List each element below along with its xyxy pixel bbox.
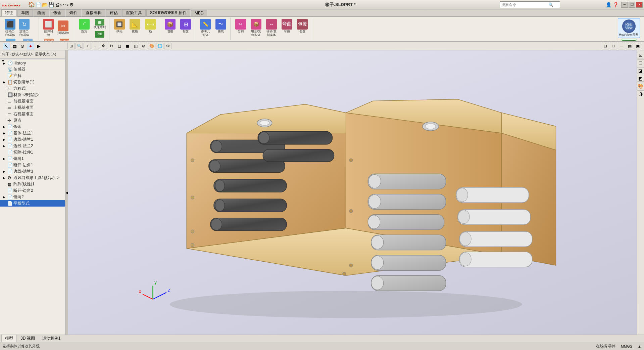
linear-pattern-button[interactable]: ▦ 线性阵列 [92,18,107,30]
realview-button[interactable]: RealView RealView 图形 [618,18,640,38]
side-btn1[interactable]: ⊡ [637,52,644,58]
panel-tool-zoom[interactable]: ▦ [11,43,18,49]
restore-button[interactable]: ❐ [629,2,635,8]
side-btn4[interactable]: ◩ [637,75,644,82]
split-button[interactable]: ✂ 分割 [233,18,248,34]
rp-btn5[interactable]: ▣ [634,43,641,49]
panel-tool-color[interactable]: ● [27,43,34,49]
expand-arrow[interactable]: ▶ [3,61,7,65]
thicken-cut-button[interactable]: 边界切 [57,38,72,41]
tree-item-history[interactable]: ▶ 🕐 History [0,60,65,66]
side-btn3[interactable]: ◪ [637,67,644,74]
tree-item-annotations[interactable]: 📝 注解 [0,73,65,79]
scene-button[interactable]: 🌐 [156,43,163,49]
side-btn2[interactable]: □ [637,59,644,66]
new-icon[interactable]: 📄 [36,2,41,7]
tab-motion[interactable]: 运动算例1 [39,335,64,342]
tree-item-equations[interactable]: Σ 方程式 [0,85,65,92]
sweep-cut-button[interactable]: ✂ 扫描切除 [56,20,70,36]
tab-sheetmetal[interactable]: 钣金 [50,9,65,16]
tree-item-front-plane[interactable]: ▭ 前视基准面 [0,98,65,104]
tab-features[interactable]: 特征 [1,9,17,16]
rp-btn3[interactable]: ─ [618,43,625,49]
undo-icon[interactable]: ↩ [60,2,64,7]
tree-item-cutlist[interactable]: ▶ 📋 切割清单(1) [0,79,65,85]
save-icon[interactable]: 💾 [48,2,54,7]
curves-button[interactable]: 〜 曲线 [213,18,228,34]
chamfer-button[interactable]: 倒角 [92,30,107,38]
rp-btn1[interactable]: ⊡ [602,43,609,49]
intersect-button[interactable]: ⊞ 相交 [178,18,193,34]
options-icon[interactable]: ⚙ [69,2,74,7]
tree-item-vent-tool[interactable]: ▶ ⚙ 通风口成形工具1(默认) -> [0,175,65,181]
rp-btn4[interactable]: ▤ [626,43,633,49]
boss-extrude-button[interactable]: ⬛ 拉伸凸台/基体 [3,18,17,38]
home-icon[interactable]: 🏠 [28,1,35,8]
wrap2-button[interactable]: 包覆 包覆 [295,18,310,34]
draft-button[interactable]: 📐 拔模 [128,18,142,34]
instant3d-button[interactable]: 3D Instant3D [621,39,637,41]
sweep-boss-button[interactable]: ⟿ 放样凸台 [3,38,18,41]
tab-addins[interactable]: SOLIDWORKS 插件 [146,9,190,16]
search-icon[interactable]: 🔍 [548,2,553,7]
rotate-button[interactable]: ↻ [108,43,115,49]
section-view-button[interactable]: ⊘ [140,43,147,49]
cutlist-arrow[interactable]: ▶ [3,80,7,84]
panel-tool-pointer[interactable]: ↖ [3,43,10,49]
wrap-button[interactable]: 📦 包覆 [163,18,178,34]
shell-button[interactable]: 🔲 抽壳 [112,18,127,34]
shaded-button[interactable]: ◼ [124,43,131,49]
tree-item-sheetmetal[interactable]: ▶ 📄 钣金 [0,124,65,130]
tab-direct[interactable]: 直接编辑 [82,9,105,16]
combine-button[interactable]: 📦 组合/复制实体 [249,18,263,38]
rib-button[interactable]: ⟺ 筋 [143,18,158,34]
tree-item-edge-flange1[interactable]: ▶ 📄 边线-法兰1 [0,136,65,143]
tab-render[interactable]: 渲染工具 [122,9,146,16]
tree-item-mirror2[interactable]: ▶ 📄 镜向2 [0,194,65,200]
view-orient-button[interactable]: ⊞ [67,43,75,49]
tree-item-right-plane[interactable]: ▭ 右视基准面 [0,111,65,117]
panel-expand[interactable]: ▶ [35,43,42,49]
cut-extrude-button[interactable]: ⬜ 拉伸切除 [42,18,55,38]
move-body-button[interactable]: ↔ 移动/复制实体 [264,18,279,38]
tree-item-material[interactable]: 🔲 材质 <未指定> [0,92,65,98]
side-btn6[interactable]: ◑ [637,90,644,97]
tree-item-origin[interactable]: ✛ 原点 [0,117,65,124]
tree-item-flat-pattern[interactable]: 📄 平板型式 [0,200,65,207]
tree-item-mirror1[interactable]: ▶ 📄 镜向1 [0,156,65,162]
3d-viewport[interactable]: Z X Y ⊡ □ ◪ ◩ 🎨 ◑ [68,50,644,335]
close-button[interactable]: ✕ [636,2,643,8]
revolve-boss-button[interactable]: ↻ 旋转凸台/基体 [17,18,31,38]
tree-item-break1[interactable]: 📄 断开-边角1 [0,162,65,168]
tab-weldments[interactable]: 焊件 [66,9,81,16]
search-input[interactable] [501,3,548,7]
zoom-in-button[interactable]: + [84,43,91,49]
tab-mbd[interactable]: MBD [191,10,207,16]
help-icon[interactable]: ❓ [613,2,618,7]
redo-icon[interactable]: ↪ [65,2,69,7]
tab-3d-view[interactable]: 3D 视图 [17,335,39,342]
sheetmetal-arrow[interactable]: ▶ [3,125,7,129]
tab-sketch[interactable]: 草图 [17,9,33,16]
tree-item-edge-flange3[interactable]: ▶ 📄 边线-法兰3 [0,168,65,175]
panel-tool-rotate[interactable]: ⊙ [19,43,26,49]
tab-surface[interactable]: 曲面 [34,9,49,16]
zoom-out-button[interactable]: − [92,43,99,49]
display-style-button[interactable]: 🎨 [148,43,155,49]
tree-item-cut-extrude1[interactable]: 📄 切除-拉伸1 [0,149,65,156]
loft-cut-button[interactable]: 放样切 [42,38,56,41]
open-icon[interactable]: 📂 [42,2,48,7]
indent-button[interactable]: 弯曲 弯曲 [280,18,294,34]
tab-model[interactable]: 模型 [1,335,17,342]
fillet-button[interactable]: ◜ 圆角 [77,18,92,34]
hidden-lines-button[interactable]: ◫ [132,43,139,49]
search-bar[interactable]: 🔍 [500,1,560,8]
ref-geom-button[interactable]: 📏 参考几何体 [198,18,213,38]
tree-item-linear-pattern[interactable]: ▦ 阵列(线性)1 [0,181,65,187]
view-settings-button[interactable]: ⚙ [164,43,171,49]
user-icon[interactable]: 👤 [606,2,611,7]
panel-collapse-handle[interactable]: ◀ [65,50,68,335]
view-prev-button[interactable]: 🔍 [76,43,83,49]
tree-item-base-flange1[interactable]: ▶ 📄 基体-法兰1 [0,130,65,136]
tree-item-top-plane[interactable]: ▭ 上视基准面 [0,104,65,111]
